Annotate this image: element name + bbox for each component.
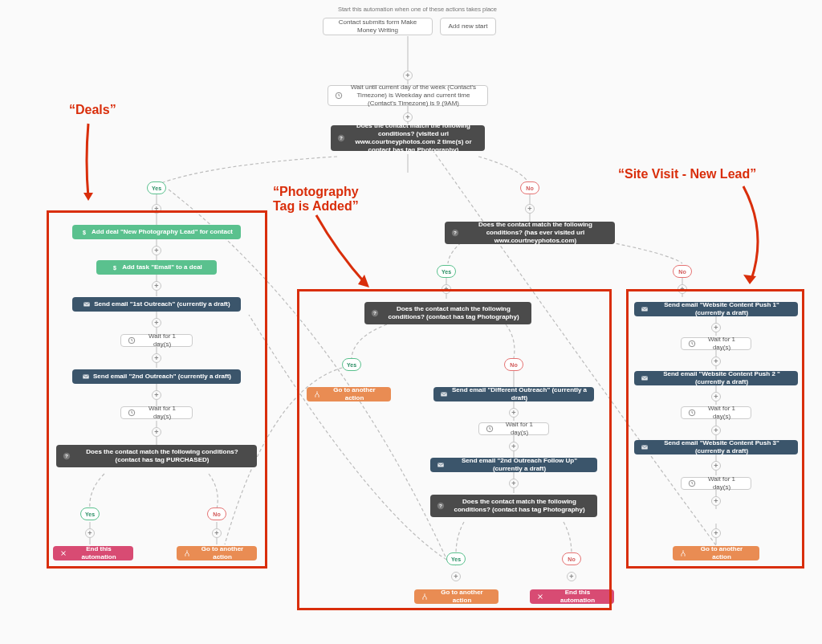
wait-1-day[interactable]: Wait for 1 day(s) — [120, 334, 193, 347]
clock-icon — [688, 479, 696, 487]
svg-rect-33 — [83, 375, 89, 379]
add-step-icon[interactable]: + — [711, 426, 721, 435]
wait-1-day[interactable]: Wait for 1 day(s) — [681, 337, 751, 350]
node-label: End this automation — [547, 589, 608, 605]
add-step-icon[interactable]: + — [403, 112, 413, 122]
node-label: Wait for 1 day(s) — [139, 405, 185, 421]
email-icon — [641, 374, 649, 382]
clock-icon — [688, 340, 696, 348]
send-email-push-1[interactable]: Send email "Website Content Push 1" (cur… — [634, 302, 798, 316]
branch-yes: Yes — [80, 507, 100, 520]
add-step-icon[interactable]: + — [152, 390, 161, 400]
send-email-2nd-followup[interactable]: Send email "2nd Outreach Follow Up" (cur… — [430, 458, 597, 472]
node-label: Wait until current day of the week (Cont… — [346, 84, 481, 108]
go-to-another-action[interactable]: Go to another action — [307, 387, 391, 401]
clock-icon — [486, 425, 494, 433]
node-label: Wait for 1 day(s) — [699, 336, 744, 352]
send-email-1st-outreach[interactable]: Send email "1st Outreach" (currently a d… — [72, 297, 241, 312]
condition-photography-visits[interactable]: ?Does the contact match the following co… — [331, 125, 485, 151]
question-icon: ? — [63, 452, 71, 460]
add-step-icon[interactable]: + — [152, 281, 161, 291]
go-to-another-action[interactable]: Go to another action — [673, 546, 759, 560]
node-label: Does the contact match the following con… — [348, 122, 478, 154]
add-step-icon[interactable]: + — [451, 572, 461, 581]
add-step-icon[interactable]: + — [711, 496, 721, 506]
add-step-icon[interactable]: + — [152, 353, 161, 363]
svg-rect-46 — [641, 308, 648, 312]
email-icon — [641, 443, 649, 451]
node-label: Wait for 1 day(s) — [699, 475, 744, 491]
add-deal-node[interactable]: $Add deal "New Photography Lead" for con… — [72, 225, 241, 239]
condition-has-photography-tag[interactable]: ?Does the contact match the following co… — [364, 302, 531, 324]
annotation-arrow-site — [703, 183, 775, 287]
add-step-icon[interactable]: + — [152, 318, 161, 328]
node-label: Send email "1st Outreach" (currently a d… — [94, 300, 230, 308]
svg-marker-54 — [743, 275, 756, 284]
condition-ever-visited[interactable]: ?Does the contact match the following co… — [445, 222, 615, 244]
question-icon: ? — [437, 502, 445, 510]
add-step-icon[interactable]: + — [711, 528, 721, 538]
send-email-push-2[interactable]: Send email "Website Content Push 2 " (cu… — [634, 371, 798, 385]
node-label: End this automation — [71, 545, 127, 561]
send-email-2nd-outreach[interactable]: Send email "2nd Outreach" (currently a d… — [72, 369, 241, 384]
email-icon — [82, 373, 90, 381]
annotation-deals: “Deals” — [69, 103, 116, 117]
wait-1-day[interactable]: Wait for 1 day(s) — [681, 477, 751, 490]
wait-1-day[interactable]: Wait for 1 day(s) — [120, 406, 193, 419]
dollar-icon: $ — [111, 263, 119, 271]
add-step-icon[interactable]: + — [152, 246, 161, 255]
question-icon: ? — [371, 309, 379, 317]
condition-has-photography-tag-2[interactable]: ?Does the contact match the following co… — [430, 495, 597, 517]
go-to-another-action[interactable]: Go to another action — [177, 546, 257, 560]
automation-canvas: Start this automation when one of these … — [0, 0, 822, 644]
node-label: Does the contact match the following con… — [74, 448, 250, 464]
clock-icon — [688, 409, 696, 417]
end-automation[interactable]: End this automation — [53, 546, 133, 560]
branch-icon — [421, 593, 429, 601]
node-label: Send email "Website Content Push 2 " (cu… — [652, 370, 791, 386]
email-icon — [641, 305, 649, 313]
node-label: Go to another action — [324, 386, 385, 402]
send-email-push-3[interactable]: Send email "Website Content Push 3" (cur… — [634, 440, 798, 454]
annotation-arrow-deals — [77, 120, 109, 209]
add-step-icon[interactable]: + — [525, 204, 535, 214]
branch-icon — [679, 549, 687, 557]
wait-until-time[interactable]: Wait until current day of the week (Cont… — [328, 85, 488, 106]
end-automation[interactable]: End this automation — [530, 589, 614, 604]
go-to-another-action[interactable]: Go to another action — [414, 589, 498, 604]
branch-yes: Yes — [437, 265, 456, 278]
add-step-icon[interactable]: + — [152, 204, 161, 214]
add-step-icon[interactable]: + — [403, 71, 413, 80]
svg-text:$: $ — [113, 265, 116, 271]
branch-icon — [313, 390, 321, 398]
condition-purchased[interactable]: ?Does the contact match the following co… — [56, 445, 257, 467]
wait-1-day[interactable]: Wait for 1 day(s) — [681, 406, 751, 419]
wait-1-day[interactable]: Wait for 1 day(s) — [478, 422, 549, 435]
add-step-icon[interactable]: + — [509, 479, 519, 488]
add-step-icon[interactable]: + — [509, 442, 519, 451]
add-step-icon[interactable]: + — [711, 392, 721, 401]
add-step-icon[interactable]: + — [509, 408, 519, 418]
add-task-node[interactable]: $Add task "Email" to a deal — [96, 260, 217, 275]
add-step-icon[interactable]: + — [212, 528, 222, 538]
add-step-icon[interactable]: + — [567, 572, 576, 581]
branch-icon — [183, 549, 191, 557]
add-step-icon[interactable]: + — [711, 461, 721, 471]
add-step-icon[interactable]: + — [152, 427, 161, 437]
annotation-arrow-photo — [305, 212, 377, 292]
branch-no: No — [520, 181, 539, 194]
branch-no: No — [207, 507, 226, 520]
add-step-icon[interactable]: + — [85, 528, 95, 538]
send-email-different-outreach[interactable]: Send email "Different Outreach" (current… — [433, 387, 594, 401]
trigger-contact-submits-form[interactable]: Contact submits form Make Money Writing — [323, 18, 433, 35]
annotation-photo: “Photography Tag is Added” — [273, 185, 359, 214]
add-step-icon[interactable]: + — [678, 284, 687, 294]
add-step-icon[interactable]: + — [711, 323, 721, 332]
branch-yes: Yes — [147, 181, 166, 194]
node-label: Go to another action — [432, 589, 492, 605]
add-step-icon[interactable]: + — [442, 284, 451, 294]
add-step-icon[interactable]: + — [711, 357, 721, 366]
svg-marker-53 — [358, 275, 369, 287]
branch-yes: Yes — [446, 552, 466, 565]
add-new-start-button[interactable]: Add new start — [440, 18, 496, 35]
